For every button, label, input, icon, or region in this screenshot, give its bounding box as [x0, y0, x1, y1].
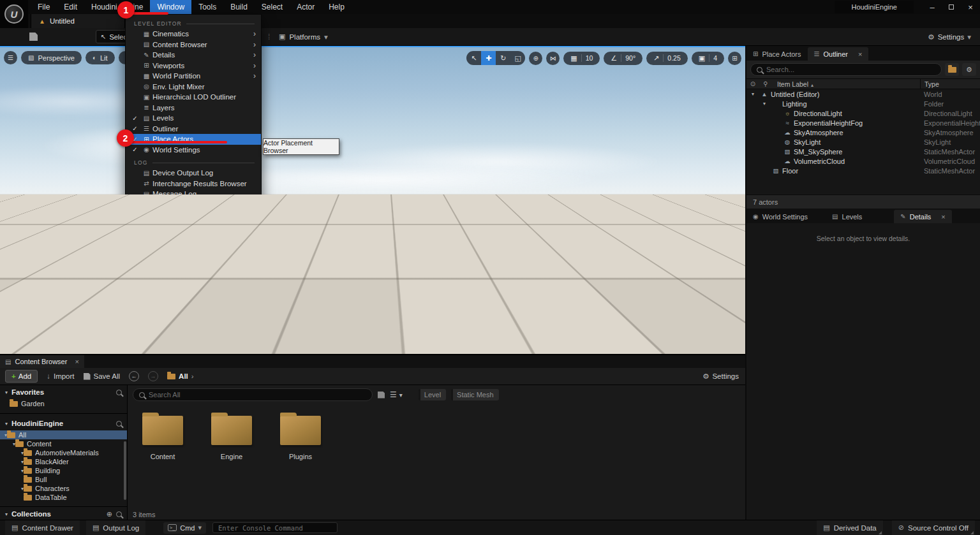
- close-icon[interactable]: [941, 213, 945, 221]
- source-control-button[interactable]: Source Control Off: [892, 520, 975, 535]
- filter-button[interactable]: ☰: [390, 390, 403, 399]
- menu-item[interactable]: Cinematics: [126, 29, 261, 40]
- menubar-item[interactable]: Actor: [290, 0, 322, 14]
- outliner-search-input[interactable]: [766, 66, 935, 73]
- world-local-toggle[interactable]: [529, 52, 542, 65]
- unreal-logo[interactable]: U: [0, 0, 28, 28]
- outliner-row[interactable]: ▾ Untitled (Editor) World: [746, 89, 980, 99]
- save-search-icon[interactable]: [378, 392, 385, 399]
- close-icon[interactable]: [858, 50, 862, 58]
- save-all-button[interactable]: Save All: [84, 372, 121, 380]
- folder-tree-item[interactable]: ▾ Building: [0, 466, 127, 475]
- menubar-item[interactable]: Help: [322, 0, 352, 14]
- level-tab[interactable]: Untitled: [31, 14, 125, 28]
- menu-item[interactable]: Levels: [126, 113, 261, 124]
- console-command-input[interactable]: [212, 522, 338, 533]
- outliner-row[interactable]: ▾ SkyAtmosphere SkyAtmosphere: [746, 128, 980, 137]
- tab-world-settings[interactable]: World Settings: [746, 210, 814, 223]
- menubar-item[interactable]: Edit: [57, 0, 84, 14]
- expand-arrow-icon[interactable]: ▾: [752, 91, 759, 97]
- sidebar-scrollbar[interactable]: [124, 441, 126, 500]
- menu-item[interactable]: Interchange Results Browser: [126, 179, 261, 189]
- surface-snap-button[interactable]: [546, 52, 560, 65]
- menu-item[interactable]: Device Output Log: [126, 168, 261, 179]
- filter-chip[interactable]: Static Mesh: [451, 389, 498, 400]
- folder-tree-item[interactable]: ▾ Bull: [0, 475, 127, 484]
- grid-snap-control[interactable]: 10: [563, 52, 600, 65]
- menu-item[interactable]: Remove Layout: [126, 277, 261, 288]
- tab-content-browser[interactable]: Content Browser: [0, 355, 84, 368]
- menubar-item[interactable]: Select: [255, 0, 290, 14]
- menu-item[interactable]: Enable Fullscreen SHIFT+F11: [126, 295, 261, 306]
- menu-item[interactable]: Hierarchical LOD Outliner: [126, 92, 261, 103]
- outliner-search[interactable]: [750, 63, 942, 76]
- output-log-button[interactable]: Output Log: [86, 520, 145, 535]
- asset-search[interactable]: [133, 388, 373, 401]
- add-collection-icon[interactable]: ⊕: [107, 510, 112, 518]
- search-icon[interactable]: [116, 390, 122, 395]
- outliner-row[interactable]: ▾ Lighting Folder: [746, 99, 980, 108]
- menubar-item[interactable]: Build: [223, 0, 255, 14]
- breadcrumb[interactable]: All: [167, 372, 194, 380]
- column-type[interactable]: Type: [920, 79, 939, 89]
- outliner-column-header[interactable]: Item Label Type: [746, 78, 980, 89]
- tab-levels[interactable]: Levels: [826, 210, 868, 223]
- outliner-row[interactable]: ▾ VolumetricCloud VolumetricCloud: [746, 156, 980, 166]
- folder-tree-item[interactable]: ▾ BlackAlder: [0, 457, 127, 466]
- menu-item[interactable]: Quixel Bridge: [126, 233, 261, 244]
- scale-tool-button[interactable]: [510, 51, 525, 65]
- menu-item[interactable]: Load Layout: [126, 256, 261, 267]
- folder-tile[interactable]: Plugins: [273, 411, 328, 460]
- close-icon[interactable]: [75, 358, 79, 365]
- rotate-tool-button[interactable]: [496, 51, 510, 65]
- folder-tree-item[interactable]: ▾ AutomotiveMaterials: [0, 448, 127, 457]
- content-browser-settings[interactable]: Settings: [702, 372, 739, 381]
- menu-item[interactable]: Save Layout: [126, 267, 261, 278]
- import-button[interactable]: Import: [47, 372, 74, 380]
- cmd-dropdown[interactable]: >_ Cmd: [163, 522, 206, 534]
- tab-details[interactable]: Details: [894, 210, 951, 223]
- tab-outliner[interactable]: Outliner: [808, 47, 869, 61]
- settings-dropdown[interactable]: Settings: [928, 33, 971, 41]
- menu-item[interactable]: Content Browser: [126, 40, 261, 50]
- outliner-row[interactable]: ▾ SM_SkySphere StaticMeshActor: [746, 147, 980, 156]
- expand-arrow-icon[interactable]: ▾: [763, 101, 771, 106]
- hamburger-icon[interactable]: [4, 51, 17, 64]
- asset-search-input[interactable]: [149, 391, 366, 399]
- maximize-viewport-button[interactable]: [728, 52, 741, 65]
- menu-item[interactable]: Details: [126, 50, 261, 61]
- rotation-snap-control[interactable]: 90°: [604, 52, 642, 65]
- favorite-item[interactable]: ▸Garden: [0, 399, 127, 408]
- menu-item[interactable]: Layers: [126, 103, 261, 114]
- folder-tile[interactable]: Content: [135, 411, 190, 460]
- platforms-dropdown[interactable]: Platforms: [279, 33, 328, 41]
- folder-tree-item[interactable]: ▾ Characters: [0, 484, 127, 493]
- level-viewport[interactable]: Perspective Lit Show 10 90° 0.25: [0, 46, 745, 354]
- outliner-row[interactable]: ▾ DirectionalLight DirectionalLight: [746, 108, 980, 118]
- search-icon[interactable]: [116, 421, 122, 427]
- favorites-section[interactable]: ▾Favorites: [0, 385, 127, 399]
- close-icon[interactable]: [961, 0, 980, 14]
- minimize-icon[interactable]: [923, 0, 942, 14]
- search-icon[interactable]: [116, 511, 122, 517]
- new-folder-button[interactable]: [945, 63, 959, 76]
- camera-speed-control[interactable]: 4: [692, 52, 724, 65]
- outliner-row[interactable]: ▾ ExponentialHeightFog ExponentialHeight…: [746, 118, 980, 128]
- restore-icon[interactable]: [942, 0, 961, 14]
- folder-tree-item[interactable]: ▾ Content: [0, 439, 127, 448]
- folder-tree-item[interactable]: ▾ DataTable: [0, 493, 127, 502]
- menu-item[interactable]: Outliner: [126, 124, 261, 135]
- eye-icon[interactable]: [746, 80, 759, 87]
- menu-item[interactable]: Output Log: [126, 200, 261, 210]
- lit-dropdown[interactable]: Lit: [85, 51, 115, 64]
- outliner-row[interactable]: ▾ Floor StaticMeshActor: [746, 166, 980, 175]
- menu-item[interactable]: World Settings: [126, 145, 261, 156]
- back-button[interactable]: [129, 371, 139, 381]
- move-tool-button[interactable]: [481, 51, 496, 65]
- menubar-item[interactable]: File: [31, 0, 57, 14]
- content-drawer-button[interactable]: Content Drawer: [5, 520, 80, 535]
- menu-item[interactable]: Env. Light Mixer: [126, 82, 261, 92]
- column-item-label[interactable]: Item Label: [777, 80, 808, 88]
- menu-item[interactable]: Message Log: [126, 189, 261, 200]
- forward-button[interactable]: [148, 371, 158, 381]
